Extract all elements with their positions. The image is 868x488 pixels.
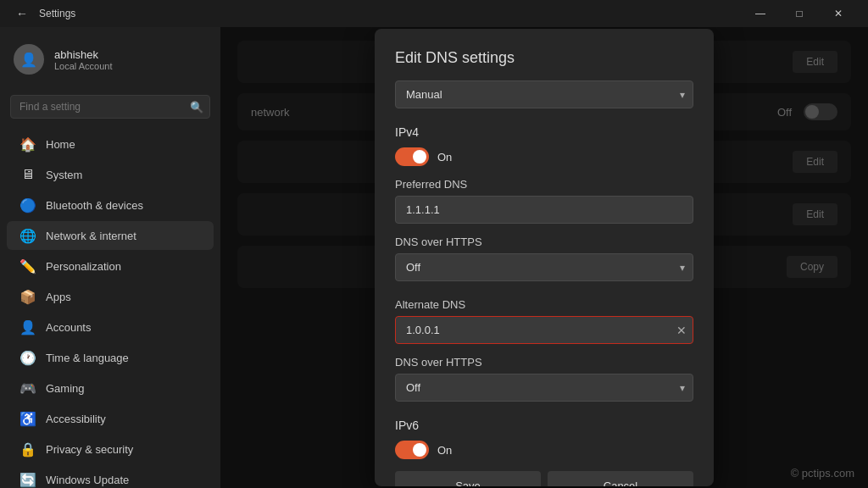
gaming-icon: 🎮 [20,380,36,396]
ipv4-toggle-section: On [395,147,693,166]
avatar: 👤 [14,44,44,75]
sidebar-item-accounts[interactable]: 👤 Accounts [7,313,214,341]
dialog-footer: Save Cancel [395,471,693,486]
alt-dns-https-label: DNS over HTTPS [395,356,693,369]
search-input[interactable] [10,95,210,119]
cancel-button[interactable]: Cancel [548,471,693,486]
minimize-button[interactable]: — [741,0,780,27]
alternate-dns-input-wrap: ✕ [395,316,693,344]
sidebar-item-personalization[interactable]: ✏️ Personalization [7,252,214,280]
sidebar: 👤 abhishek Local Account 🔍 🏠 Home 🖥 Syst… [0,27,220,488]
sidebar-item-home[interactable]: 🏠 Home [7,130,214,158]
ipv6-toggle-label: On [437,444,452,457]
ipv4-toggle-knob [413,150,426,164]
update-icon: 🔄 [20,472,36,487]
mode-select[interactable]: Manual Automatic (DHCP) [395,80,693,108]
sidebar-item-apps[interactable]: 📦 Apps [7,282,214,311]
search-icon: 🔍 [190,101,203,114]
sidebar-item-label: Gaming [46,382,85,395]
home-icon: 🏠 [20,136,36,152]
network-icon: 🌐 [20,228,36,243]
sidebar-item-label: Accounts [46,321,91,334]
alternate-dns-label: Alternate DNS [395,298,693,311]
ipv4-toggle[interactable] [395,147,429,166]
preferred-dns-input[interactable] [395,196,693,224]
sidebar-item-accessibility[interactable]: ♿ Accessibility [7,404,214,433]
main-layout: 👤 abhishek Local Account 🔍 🏠 Home 🖥 Syst… [0,27,868,488]
sidebar-item-gaming[interactable]: 🎮 Gaming [7,374,214,402]
alternate-dns-input[interactable] [395,316,693,344]
close-button[interactable]: ✕ [819,0,858,27]
ipv6-toggle[interactable] [395,441,429,459]
user-info: abhishek Local Account [54,48,113,71]
sidebar-item-system[interactable]: 🖥 System [7,160,214,189]
maximize-button[interactable]: □ [780,0,819,27]
alternate-dns-clear-button[interactable]: ✕ [676,324,687,337]
sidebar-item-label: Apps [46,291,71,303]
user-role: Local Account [54,61,113,71]
sidebar-item-network[interactable]: 🌐 Network & internet [7,221,214,250]
sidebar-item-time[interactable]: 🕐 Time & language [7,343,214,372]
dns-https-select-wrap: Off On (automatic) On (manual) ▾ [395,253,693,281]
sidebar-item-label: Privacy & security [46,443,133,456]
app-title: Settings [39,8,741,19]
dialog-overlay: Edit DNS settings Manual Automatic (DHCP… [220,27,868,488]
apps-icon: 📦 [20,289,36,304]
mode-select-wrap: Manual Automatic (DHCP) ▾ [395,80,693,108]
sidebar-item-label: Bluetooth & devices [46,199,143,212]
system-icon: 🖥 [20,167,36,182]
dns-dialog: Edit DNS settings Manual Automatic (DHCP… [375,29,714,486]
personalization-icon: ✏️ [20,258,36,274]
bluetooth-icon: 🔵 [20,197,36,213]
back-button[interactable]: ← [10,2,34,25]
privacy-icon: 🔒 [20,441,36,457]
sidebar-item-bluetooth[interactable]: 🔵 Bluetooth & devices [7,191,214,219]
sidebar-item-update[interactable]: 🔄 Windows Update [7,465,214,488]
content-area: Ne Edit network Off Edit [220,27,868,488]
dialog-title: Edit DNS settings [395,49,693,67]
sidebar-item-label: Windows Update [46,474,129,486]
preferred-dns-label: Preferred DNS [395,178,693,191]
user-name: abhishek [54,48,113,61]
time-icon: 🕐 [20,350,36,365]
dns-https-label: DNS over HTTPS [395,236,693,248]
user-section: 👤 abhishek Local Account [0,34,220,85]
ipv6-section-header: IPv6 [395,419,693,432]
sidebar-item-label: System [46,169,82,181]
ipv4-toggle-label: On [437,151,452,164]
accounts-icon: 👤 [20,319,36,335]
alt-dns-https-select-wrap: Off On (automatic) On (manual) ▾ [395,374,693,402]
ipv4-section-header: IPv4 [395,125,693,139]
sidebar-item-label: Time & language [46,352,129,364]
alt-dns-https-select[interactable]: Off On (automatic) On (manual) [395,374,693,402]
search-box: 🔍 [10,95,210,119]
sidebar-item-label: Accessibility [46,413,106,425]
save-button[interactable]: Save [395,471,541,486]
ipv6-toggle-section: On [395,441,693,459]
title-bar: ← Settings — □ ✕ [0,0,868,27]
accessibility-icon: ♿ [20,411,36,426]
sidebar-item-privacy[interactable]: 🔒 Privacy & security [7,435,214,463]
dns-https-select[interactable]: Off On (automatic) On (manual) [395,253,693,281]
sidebar-item-label: Network & internet [46,230,136,242]
ipv6-toggle-knob [413,443,426,457]
sidebar-item-label: Personalization [46,260,121,273]
window-controls: — □ ✕ [741,0,858,27]
sidebar-item-label: Home [46,138,75,151]
